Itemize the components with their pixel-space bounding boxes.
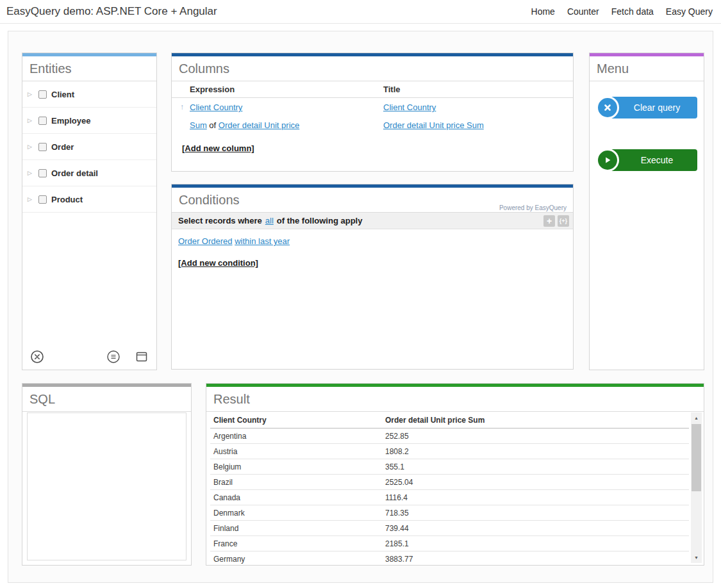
scroll-thumb[interactable] bbox=[692, 424, 701, 491]
menu-title: Menu bbox=[590, 56, 704, 81]
table-row: Argentina 252.85 bbox=[210, 429, 689, 444]
nav-link-home[interactable]: Home bbox=[531, 6, 555, 17]
column-title-link[interactable]: Order detail Unit price Sum bbox=[383, 120, 484, 130]
column-row: ↑ Client Country Client Country bbox=[172, 98, 573, 116]
column-row: Sum of Order detail Unit price Order det… bbox=[172, 116, 573, 134]
x-circle-icon bbox=[30, 350, 44, 364]
sql-content bbox=[27, 412, 186, 560]
entity-row-client[interactable]: ▷ Client bbox=[22, 81, 156, 108]
result-header-row: Client Country Order detail Unit price S… bbox=[210, 412, 689, 429]
entities-clear-button[interactable] bbox=[30, 350, 44, 364]
expression-header: Expression bbox=[190, 85, 383, 94]
entity-row-order[interactable]: ▷ Order bbox=[22, 134, 156, 160]
entities-footer bbox=[30, 350, 149, 364]
where-suffix-text: of the following apply bbox=[277, 216, 363, 225]
entity-row-order-detail[interactable]: ▷ Order detail bbox=[22, 160, 156, 186]
clear-query-button[interactable]: Clear query bbox=[596, 96, 697, 119]
column-title-cell: Client Country bbox=[383, 102, 573, 112]
entity-checkbox-order-detail[interactable] bbox=[38, 169, 47, 177]
entity-row-employee[interactable]: ▷ Employee bbox=[22, 108, 156, 134]
table-row: Finland 739.44 bbox=[210, 521, 689, 536]
expand-icon[interactable]: ▷ bbox=[28, 143, 34, 150]
column-expression-cell: Client Country bbox=[190, 102, 383, 112]
aggregate-function-link[interactable]: Sum bbox=[190, 120, 207, 130]
add-column-wrap: [Add new column] bbox=[182, 142, 573, 154]
country-cell: Denmark bbox=[213, 509, 385, 518]
result-scrollbar[interactable]: ▲ ▼ bbox=[691, 412, 702, 563]
add-condition-wrap: [Add new condition] bbox=[178, 257, 573, 268]
column-expression-link[interactable]: Order detail Unit price bbox=[219, 120, 299, 130]
country-cell: Belgium bbox=[213, 462, 385, 471]
country-cell: Argentina bbox=[213, 432, 385, 441]
entity-row-product[interactable]: ▷ Product bbox=[22, 186, 156, 213]
entity-checkbox-client[interactable] bbox=[38, 90, 47, 99]
of-text: of bbox=[209, 120, 216, 130]
sort-ascending-icon[interactable]: ↑ bbox=[180, 102, 184, 111]
entity-label: Client bbox=[51, 90, 74, 99]
entity-checkbox-order[interactable] bbox=[38, 143, 47, 151]
sql-title: SQL bbox=[22, 387, 191, 412]
value-cell: 1808.2 bbox=[385, 447, 689, 456]
column-title-cell: Order detail Unit price Sum bbox=[383, 120, 573, 130]
where-prefix-text: Select records where bbox=[178, 216, 262, 225]
execute-pill: Execute bbox=[606, 149, 697, 171]
condition-field-link[interactable]: Order Ordered bbox=[178, 236, 233, 246]
country-cell: Brazil bbox=[213, 478, 385, 487]
table-row: Belgium 355.1 bbox=[210, 459, 689, 475]
value-cell: 2525.04 bbox=[385, 478, 689, 487]
entities-window-button[interactable] bbox=[135, 350, 149, 364]
entities-title: Entities bbox=[22, 56, 156, 81]
window-icon bbox=[135, 350, 149, 364]
table-row: Austria 1808.2 bbox=[210, 444, 689, 459]
column-expression-link[interactable]: Client Country bbox=[190, 102, 242, 112]
execute-label: Execute bbox=[641, 155, 674, 165]
country-cell: Finland bbox=[213, 524, 385, 533]
conditions-header-row: Select records where all of the followin… bbox=[172, 213, 573, 229]
value-cell: 1116.4 bbox=[385, 493, 689, 502]
sql-panel: SQL bbox=[22, 383, 192, 566]
condition-operator-link[interactable]: within last year bbox=[235, 236, 290, 246]
entity-checkbox-product[interactable] bbox=[38, 195, 47, 204]
entity-label: Product bbox=[51, 195, 83, 204]
expand-icon[interactable]: ▷ bbox=[28, 117, 34, 124]
navbar: EasyQuery demo: ASP.NET Core + Angular H… bbox=[0, 0, 721, 24]
value-cell: 718.35 bbox=[385, 509, 689, 518]
conditions-buttons: + {+} bbox=[543, 215, 569, 227]
add-condition-group-button[interactable]: {+} bbox=[558, 215, 569, 227]
columns-panel: Columns Expression Title ↑ Client Countr… bbox=[171, 53, 574, 172]
country-cell: Canada bbox=[213, 493, 385, 502]
clear-query-pill: Clear query bbox=[606, 97, 697, 118]
result-table: Client Country Order detail Unit price S… bbox=[210, 412, 689, 564]
powered-by-label: Powered by EasyQuery bbox=[499, 204, 567, 211]
value-cell: 2185.1 bbox=[385, 539, 689, 548]
nav-link-fetch-data[interactable]: Fetch data bbox=[611, 6, 654, 17]
country-cell: Austria bbox=[213, 447, 385, 456]
expand-icon[interactable]: ▷ bbox=[28, 91, 34, 97]
condition-row: Order Ordered within last year bbox=[172, 229, 573, 246]
all-any-link[interactable]: all bbox=[265, 216, 274, 225]
execute-button[interactable]: Execute bbox=[596, 149, 697, 172]
add-new-column-link[interactable]: [Add new column] bbox=[182, 143, 254, 153]
x-circle-icon bbox=[596, 96, 619, 119]
add-condition-button[interactable]: + bbox=[543, 215, 555, 227]
add-new-condition-link[interactable]: [Add new condition] bbox=[178, 258, 258, 268]
entities-list-button[interactable] bbox=[106, 350, 120, 364]
scroll-up-button[interactable]: ▲ bbox=[691, 412, 702, 423]
expand-icon[interactable]: ▷ bbox=[28, 170, 34, 176]
entity-checkbox-employee[interactable] bbox=[38, 117, 47, 125]
scroll-down-button[interactable]: ▼ bbox=[691, 552, 702, 563]
nav-link-easy-query[interactable]: Easy Query bbox=[666, 6, 713, 17]
nav-link-counter[interactable]: Counter bbox=[567, 6, 599, 17]
table-row: Canada 1116.4 bbox=[210, 490, 689, 505]
column-title-link[interactable]: Client Country bbox=[383, 102, 436, 112]
value-cell: 252.85 bbox=[385, 432, 689, 441]
result-title: Result bbox=[206, 387, 704, 412]
entities-panel: Entities ▷ Client ▷ Employee ▷ Order ▷ O… bbox=[22, 53, 157, 370]
table-row: Denmark 718.35 bbox=[210, 505, 689, 521]
expand-icon[interactable]: ▷ bbox=[28, 196, 34, 202]
column-expression-cell: Sum of Order detail Unit price bbox=[190, 120, 383, 130]
result-header-sum: Order detail Unit price Sum bbox=[385, 416, 689, 425]
conditions-panel: Conditions Powered by EasyQuery Select r… bbox=[171, 184, 574, 370]
nav-links: Home Counter Fetch data Easy Query bbox=[531, 6, 713, 17]
app-title: EasyQuery demo: ASP.NET Core + Angular bbox=[6, 5, 217, 18]
